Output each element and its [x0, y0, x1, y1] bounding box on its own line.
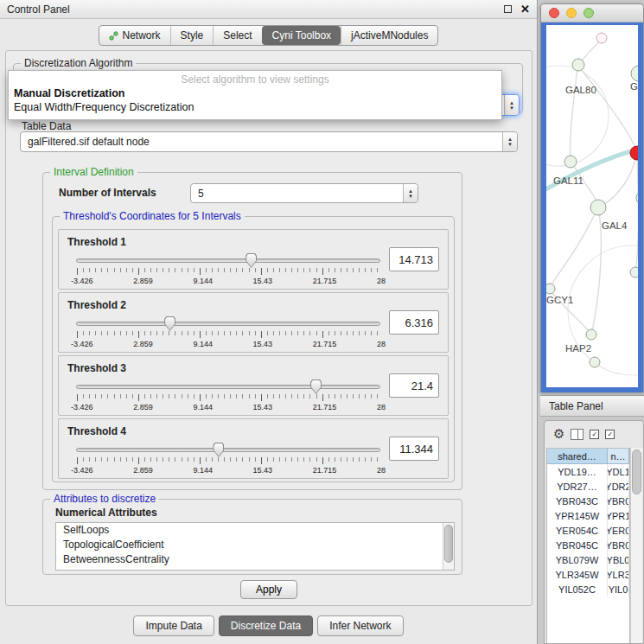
list-item[interactable]: SelfLoops: [56, 523, 454, 538]
menu-item-manual-discretization[interactable]: Manual Discretization: [9, 86, 501, 100]
threshold-label: Threshold 4: [67, 425, 126, 437]
popup-hint: Select algorithm to view settings: [9, 73, 501, 86]
table-cell[interactable]: YDR2: [608, 479, 629, 494]
column-header-shared-name[interactable]: shared…: [547, 449, 608, 464]
table-cell[interactable]: YER054C: [547, 523, 608, 538]
tab-infer-network[interactable]: Infer Network: [317, 615, 403, 636]
table-cell[interactable]: YBR0: [608, 538, 629, 552]
threshold-2-box: Threshold 2 -3.4262.8599.14415.4321.7152…: [58, 292, 449, 353]
table-cell[interactable]: YIL0: [608, 582, 629, 596]
column-header-name[interactable]: n…: [608, 449, 629, 464]
checkbox-icon[interactable]: ✓: [590, 430, 599, 439]
list-item[interactable]: TopologicalCoefficient: [56, 538, 454, 552]
group-label: Threshold's Coordinates for 5 Intervals: [60, 210, 245, 222]
table-cell[interactable]: YDL19…: [547, 464, 608, 479]
table-row[interactable]: YBR045CYBR0: [547, 538, 629, 552]
list-item[interactable]: BetweennessCentrality: [56, 552, 454, 567]
network-node[interactable]: [564, 156, 577, 168]
table-cell[interactable]: YBL0: [608, 552, 629, 567]
network-node[interactable]: [586, 329, 596, 340]
columns-icon[interactable]: [571, 429, 583, 440]
table-row[interactable]: YER054CYER0: [547, 523, 629, 538]
combo-value: 5: [191, 188, 403, 200]
table-cell[interactable]: YBR043C: [547, 494, 608, 508]
table-row[interactable]: YDL19…YDL1: [547, 464, 629, 479]
threshold-4-value-field[interactable]: 11.344: [389, 437, 439, 461]
number-of-intervals-combobox[interactable]: 5 ▴ ▾: [190, 183, 418, 203]
checkbox-icon[interactable]: ✓: [605, 430, 615, 439]
combo-value: galFiltered.sif default node: [21, 136, 502, 148]
threshold-2-slider[interactable]: -3.4262.8599.14415.4321.71528: [76, 316, 380, 350]
slider-ticks: [77, 457, 379, 464]
threshold-4-slider[interactable]: -3.4262.8599.14415.4321.71528: [76, 442, 380, 476]
network-node[interactable]: [636, 191, 638, 205]
close-icon[interactable]: ✕: [520, 3, 530, 16]
float-window-icon[interactable]: [504, 5, 512, 13]
threshold-3-slider[interactable]: -3.4262.8599.14415.4321.71528: [76, 379, 380, 413]
slider-track[interactable]: [76, 258, 380, 263]
slider-thumb[interactable]: [164, 316, 175, 331]
slider-track[interactable]: [76, 448, 380, 452]
table-cell[interactable]: YPR1: [608, 508, 629, 523]
table-row[interactable]: YBL079WYBL0: [547, 552, 629, 567]
table-cell[interactable]: YPR145W: [547, 508, 608, 523]
combo-arrows-icon: ▴ ▾: [403, 184, 418, 202]
scrollbar-thumb[interactable]: [444, 525, 453, 563]
slider-thumb[interactable]: [310, 379, 322, 394]
network-node[interactable]: [596, 33, 607, 43]
table-cell[interactable]: YIL052C: [547, 582, 608, 596]
tab-impute-data[interactable]: Impute Data: [133, 615, 214, 636]
apply-button[interactable]: Apply: [240, 580, 297, 599]
menu-item-equal-width-frequency[interactable]: Equal Width/Frequency Discretization: [9, 100, 501, 114]
table-row[interactable]: YIL052CYIL0: [547, 582, 629, 596]
tab-style[interactable]: Style: [170, 26, 214, 45]
network-node[interactable]: [546, 284, 555, 294]
network-canvas[interactable]: GAL80 GA GAL11 GAL4 GCY1 HAP2: [546, 25, 638, 387]
tab-jactivemnodules[interactable]: jActiveMNodules: [341, 26, 437, 45]
tab-network[interactable]: Network: [99, 26, 170, 45]
table-row[interactable]: YBR043CYBR0: [547, 494, 629, 508]
scrollbar-thumb[interactable]: [632, 450, 641, 494]
table-cell[interactable]: YDR27…: [547, 479, 608, 494]
threshold-2-value-field[interactable]: 6.316: [389, 310, 439, 335]
zoom-traffic-light-icon[interactable]: [583, 8, 594, 18]
scale-label: 2.859: [133, 403, 153, 411]
selected-node[interactable]: [630, 146, 638, 160]
tab-select[interactable]: Select: [213, 26, 261, 45]
network-node[interactable]: [590, 357, 600, 367]
network-node[interactable]: [630, 267, 638, 277]
gear-icon[interactable]: ⚙: [553, 426, 564, 442]
bottom-tab-bar: Impute Data Discretize Data Infer Networ…: [0, 615, 537, 636]
table-cell[interactable]: YLR345W: [547, 567, 608, 582]
threshold-1-value-field[interactable]: 14.713: [389, 247, 439, 271]
table-cell[interactable]: YBR045C: [547, 538, 608, 552]
table-scrollbar[interactable]: [630, 448, 642, 643]
slider-thumb[interactable]: [213, 443, 224, 457]
network-node[interactable]: [631, 66, 638, 81]
list-scrollbar[interactable]: [443, 523, 454, 570]
table-cell[interactable]: YER0: [608, 523, 629, 538]
scale-label: 15.43: [253, 403, 273, 411]
tab-discretize-data[interactable]: Discretize Data: [219, 615, 313, 636]
minimize-traffic-light-icon[interactable]: [566, 8, 577, 18]
tab-cyni-toolbox[interactable]: Cyni Toolbox: [262, 26, 341, 45]
table-cell[interactable]: YBR0: [608, 494, 629, 508]
table-row[interactable]: YLR345WYLR3: [547, 567, 629, 582]
close-traffic-light-icon[interactable]: [549, 8, 559, 18]
threshold-3-value-field[interactable]: 21.4: [389, 373, 439, 398]
table-row[interactable]: YDR27…YDR2: [547, 479, 629, 494]
table-cell[interactable]: YLR3: [608, 567, 629, 582]
table-row[interactable]: YPR145WYPR1: [547, 508, 629, 523]
node-label: GAL11: [553, 175, 583, 186]
slider-thumb[interactable]: [245, 253, 257, 268]
network-node[interactable]: [572, 59, 584, 71]
threshold-1-slider[interactable]: -3.4262.8599.14415.4321.71528: [76, 252, 380, 287]
table-cell[interactable]: YBL079W: [547, 552, 608, 567]
network-node[interactable]: [590, 200, 606, 215]
combo-arrows-icon: ▴ ▾: [504, 95, 519, 115]
table-data-combobox[interactable]: galFiltered.sif default node ▴ ▾: [20, 131, 518, 152]
table-cell[interactable]: YDL1: [608, 464, 629, 479]
scale-label: 21.715: [313, 340, 337, 348]
slider-track[interactable]: [76, 322, 380, 326]
slider-track[interactable]: [76, 385, 380, 389]
